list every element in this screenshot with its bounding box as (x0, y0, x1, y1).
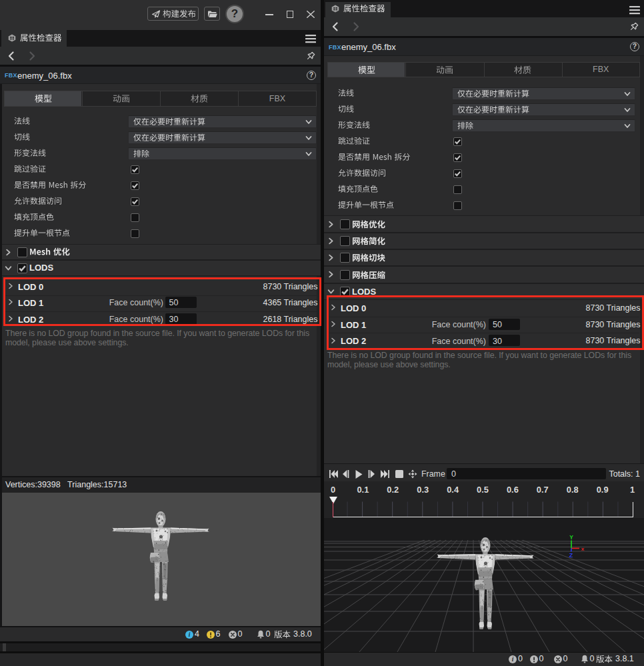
svg-text:i: i (512, 656, 514, 663)
svg-text:x: x (581, 546, 585, 552)
svg-text:Z: Z (569, 552, 573, 559)
svg-text:Y: Y (569, 534, 573, 541)
svg-text:i: i (189, 631, 191, 638)
